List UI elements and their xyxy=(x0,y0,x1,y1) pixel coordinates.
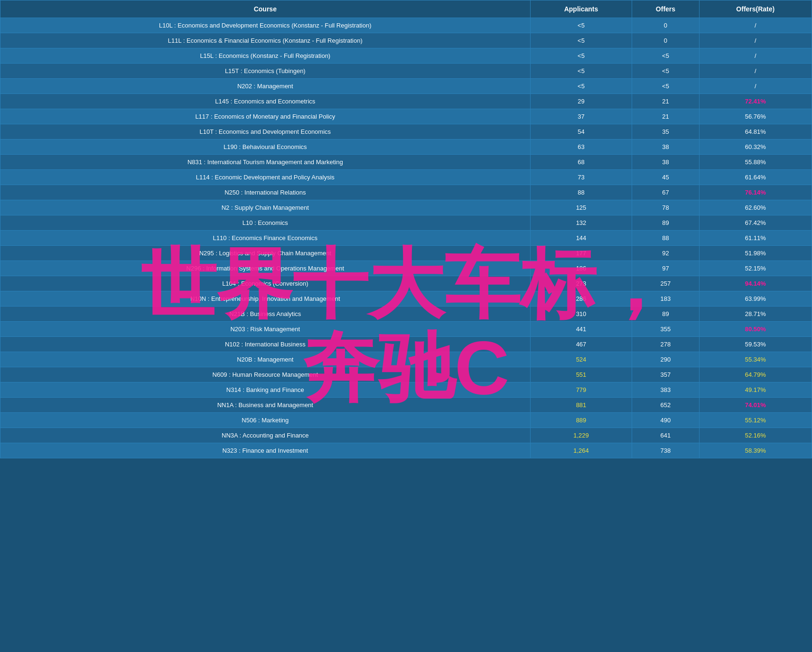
cell-offers: 738 xyxy=(632,443,699,458)
table-row: L145 : Economics and Econometrics292172.… xyxy=(0,94,812,109)
cell-offers: 383 xyxy=(632,382,699,398)
cell-course: N831 : International Tourism Management … xyxy=(0,155,531,170)
cell-applicants: 524 xyxy=(530,352,632,367)
cell-applicants: <5 xyxy=(530,48,632,64)
table-row: N295 : Logistics and Supply Chain Manage… xyxy=(0,246,812,261)
cell-offers: 78 xyxy=(632,200,699,215)
table-row: N609 : Human Resource Management55135764… xyxy=(0,367,812,382)
cell-applicants: 125 xyxy=(530,200,632,215)
table-row: L190 : Behavioural Economics633860.32% xyxy=(0,140,812,155)
table-row: N323 : Finance and Investment1,26473858.… xyxy=(0,443,812,458)
cell-course: N102 : International Business xyxy=(0,337,531,352)
cell-offers: 35 xyxy=(632,124,699,140)
cell-rate: 55.34% xyxy=(699,352,812,367)
cell-course: L114 : Economic Development and Policy A… xyxy=(0,170,531,185)
cell-offers: 278 xyxy=(632,337,699,352)
cell-offers: <5 xyxy=(632,48,699,64)
table-row: N296 : Information Systems and Operation… xyxy=(0,261,812,276)
table-row: L10L : Economics and Development Economi… xyxy=(0,18,812,33)
cell-rate: 55.12% xyxy=(699,413,812,428)
cell-course: L190 : Behavioural Economics xyxy=(0,140,531,155)
cell-applicants: 37 xyxy=(530,109,632,124)
cell-rate: 94.14% xyxy=(699,276,812,291)
cell-offers: 183 xyxy=(632,291,699,307)
cell-rate: 64.81% xyxy=(699,124,812,140)
cell-applicants: 132 xyxy=(530,215,632,231)
table-row: L104 : Economics (Conversion)27325794.14… xyxy=(0,276,812,291)
cell-rate: 76.14% xyxy=(699,185,812,200)
cell-applicants: <5 xyxy=(530,64,632,79)
cell-course: N323 : Finance and Investment xyxy=(0,443,531,458)
cell-applicants: 73 xyxy=(530,170,632,185)
col-header-applicants: Applicants xyxy=(530,0,632,18)
table-header-row: Course Applicants Offers Offers(Rate) xyxy=(0,0,812,18)
cell-rate: 55.88% xyxy=(699,155,812,170)
table-row: N203 : Risk Management44135580.50% xyxy=(0,322,812,337)
cell-rate: 62.60% xyxy=(699,200,812,215)
table-row: N102 : International Business46727859.53… xyxy=(0,337,812,352)
cell-course: L145 : Economics and Econometrics xyxy=(0,94,531,109)
cell-offers: 357 xyxy=(632,367,699,382)
cell-rate: / xyxy=(699,33,812,48)
cell-course: NN3A : Accounting and Finance xyxy=(0,428,531,443)
cell-course: L117 : Economics of Monetary and Financi… xyxy=(0,109,531,124)
cell-offers: 290 xyxy=(632,352,699,367)
cell-rate: 56.76% xyxy=(699,109,812,124)
cell-rate: 80.50% xyxy=(699,322,812,337)
cell-rate: 63.99% xyxy=(699,291,812,307)
cell-offers: 88 xyxy=(632,231,699,246)
cell-offers: 89 xyxy=(632,307,699,322)
cell-applicants: 186 xyxy=(530,261,632,276)
cell-offers: 355 xyxy=(632,322,699,337)
cell-offers: 257 xyxy=(632,276,699,291)
cell-rate: 52.15% xyxy=(699,261,812,276)
cell-rate: 52.16% xyxy=(699,428,812,443)
cell-applicants: <5 xyxy=(530,33,632,48)
table-row: NN3A : Accounting and Finance1,22964152.… xyxy=(0,428,812,443)
cell-offers: 89 xyxy=(632,215,699,231)
cell-offers: <5 xyxy=(632,64,699,79)
cell-rate: / xyxy=(699,48,812,64)
cell-applicants: <5 xyxy=(530,18,632,33)
cell-rate: 64.79% xyxy=(699,367,812,382)
cell-rate: 58.39% xyxy=(699,443,812,458)
cell-course: N10N : Entrepreneurship, Innovation and … xyxy=(0,291,531,307)
cell-applicants: 889 xyxy=(530,413,632,428)
table-row: L11L : Economics & Financial Economics (… xyxy=(0,33,812,48)
cell-applicants: 467 xyxy=(530,337,632,352)
cell-applicants: 286 xyxy=(530,291,632,307)
cell-applicants: 310 xyxy=(530,307,632,322)
table-row: L117 : Economics of Monetary and Financi… xyxy=(0,109,812,124)
cell-rate: 67.42% xyxy=(699,215,812,231)
cell-rate: 60.32% xyxy=(699,140,812,155)
cell-rate: 61.11% xyxy=(699,231,812,246)
table-row: L110 : Economics Finance Economics144886… xyxy=(0,231,812,246)
cell-offers: 641 xyxy=(632,428,699,443)
cell-applicants: 1,229 xyxy=(530,428,632,443)
cell-course: N21B : Business Analytics xyxy=(0,307,531,322)
cell-rate: 59.53% xyxy=(699,337,812,352)
cell-applicants: 144 xyxy=(530,231,632,246)
cell-course: L15T : Economics (Tubingen) xyxy=(0,64,531,79)
table-row: NN1A : Business and Management88165274.0… xyxy=(0,398,812,413)
table-row: L10 : Economics1328967.42% xyxy=(0,215,812,231)
table-row: L15L : Economics (Konstanz - Full Regist… xyxy=(0,48,812,64)
cell-course: N2 : Supply Chain Management xyxy=(0,200,531,215)
col-header-rate: Offers(Rate) xyxy=(699,0,812,18)
cell-rate: 49.17% xyxy=(699,382,812,398)
cell-course: L110 : Economics Finance Economics xyxy=(0,231,531,246)
cell-course: N295 : Logistics and Supply Chain Manage… xyxy=(0,246,531,261)
cell-offers: 0 xyxy=(632,33,699,48)
cell-offers: <5 xyxy=(632,79,699,94)
cell-applicants: 1,264 xyxy=(530,443,632,458)
table-row: N831 : International Tourism Management … xyxy=(0,155,812,170)
cell-offers: 97 xyxy=(632,261,699,276)
table-row: L114 : Economic Development and Policy A… xyxy=(0,170,812,185)
cell-applicants: 177 xyxy=(530,246,632,261)
col-header-offers: Offers xyxy=(632,0,699,18)
cell-rate: 74.01% xyxy=(699,398,812,413)
cell-rate: 61.64% xyxy=(699,170,812,185)
cell-course: L11L : Economics & Financial Economics (… xyxy=(0,33,531,48)
cell-applicants: 88 xyxy=(530,185,632,200)
cell-course: N202 : Management xyxy=(0,79,531,94)
